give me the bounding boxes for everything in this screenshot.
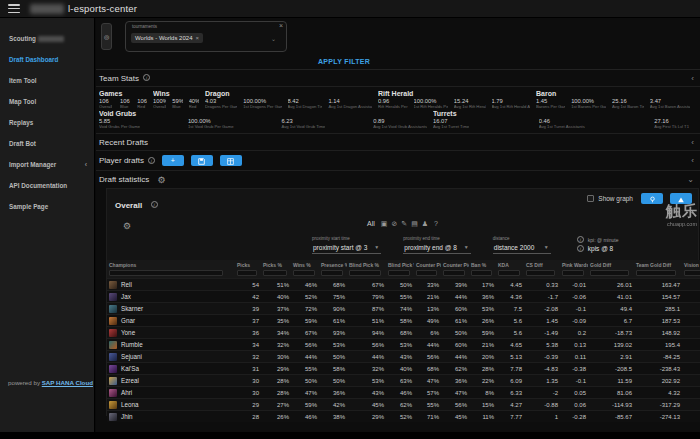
column-filter-input[interactable] — [562, 270, 584, 276]
show-graph-checkbox[interactable] — [587, 195, 594, 202]
kpi-select[interactable]: kpis @ 8 — [588, 245, 613, 252]
copy-icon[interactable]: ▤ — [411, 220, 418, 227]
column-header-gold-diff[interactable]: Gold Diff — [588, 260, 634, 279]
column-filter-input[interactable] — [349, 270, 381, 276]
collapse-chevron-icon[interactable]: ‹ — [691, 74, 694, 83]
table-row[interactable]: Leona2927%59%42%45%62%55%56%15%4.27-0.88… — [107, 399, 700, 411]
table-row[interactable]: Jhin2826%46%38%29%52%71%45%11%7.771-0.28… — [107, 411, 700, 423]
proximity-end-select[interactable]: proximity end @ 8▼ — [403, 243, 470, 254]
clear-filter-icon[interactable]: × — [279, 22, 283, 29]
table-row[interactable]: Skarner3937%72%90%87%74%13%60%53%7.5-2.0… — [107, 303, 700, 315]
edit-icon[interactable]: ✎ — [401, 220, 407, 227]
stat-cell: -317.29 — [634, 399, 682, 411]
column-filter-input[interactable] — [443, 270, 465, 276]
pin-view-button[interactable] — [641, 193, 663, 204]
proximity-start-select[interactable]: proximity start @ 3▼ — [312, 243, 381, 254]
apply-filter-button[interactable]: APPLY FILTER — [318, 56, 370, 65]
table-row[interactable]: Yone3634%67%93%94%68%6%50%59%5.6-1.490.2… — [107, 327, 700, 339]
table-row[interactable]: Ezreal3028%50%50%53%63%47%36%22%6.091.35… — [107, 375, 700, 387]
gear-icon[interactable]: ⚙ — [157, 175, 165, 185]
stat-cell: 5.13 — [496, 351, 524, 363]
table-row[interactable]: Sejuani3230%44%50%44%43%56%44%20%5.13-0.… — [107, 351, 700, 363]
info-icon[interactable]: i — [577, 245, 584, 252]
column-header-presence-[interactable]: Presence % — [319, 260, 347, 279]
table-row[interactable]: Kai'Sa3129%55%58%32%40%68%62%28%7.78-4.8… — [107, 363, 700, 375]
champion-icon[interactable]: ♟ — [422, 220, 428, 227]
column-header-blind-pick-w-[interactable]: Blind Pick W% — [386, 260, 414, 279]
table-view-button[interactable] — [220, 155, 242, 166]
champion-cell: Leona — [107, 399, 235, 411]
save-draft-button[interactable] — [191, 155, 213, 166]
info-icon[interactable]: i — [148, 157, 155, 164]
column-header-wins-[interactable]: Wins % — [291, 260, 319, 279]
table-row[interactable]: Rumble3432%56%53%56%53%44%60%21%4.655.38… — [107, 339, 700, 351]
sap-hana-link[interactable]: SAP HANA Cloud — [42, 379, 93, 386]
tournament-chip[interactable]: Worlds - Worlds 2024× — [131, 33, 203, 43]
column-filter-input[interactable] — [293, 270, 315, 276]
collapse-chevron-icon[interactable]: ‹ — [691, 138, 694, 147]
stat-cell: 7.78 — [496, 363, 524, 375]
column-header-picks-[interactable]: Picks % — [261, 260, 291, 279]
column-header-counter-pick-w-[interactable]: Counter Pick W% — [441, 260, 469, 279]
column-filter-input[interactable] — [321, 270, 343, 276]
column-header-champions[interactable]: Champions — [107, 260, 235, 279]
column-filter-input[interactable] — [237, 270, 257, 276]
collapse-chevron-icon[interactable]: ‹ — [691, 156, 694, 165]
sidebar-item-map-tool[interactable]: Map Tool — [0, 91, 94, 112]
watermark: 触乐 chuapp.com — [666, 202, 698, 227]
add-draft-button[interactable]: + — [162, 155, 184, 166]
sidebar-item-import-manager[interactable]: Import Manager‹ — [0, 154, 94, 175]
info-icon[interactable]: i — [151, 201, 158, 208]
info-icon[interactable]: i — [143, 74, 150, 81]
column-header-vision-score-diff[interactable]: Vision Score Diff — [682, 260, 700, 279]
help-icon[interactable]: ? — [434, 220, 438, 227]
chip-remove-icon[interactable]: × — [195, 35, 199, 41]
column-filter-input[interactable] — [636, 270, 676, 276]
column-header-cs-diff[interactable]: CS Diff — [524, 260, 560, 279]
sidebar-item-draft-bot[interactable]: Draft Bot — [0, 133, 94, 154]
column-header-blind-pick-[interactable]: Blind Pick % — [347, 260, 386, 279]
column-filter-input[interactable] — [263, 270, 287, 276]
menu-icon[interactable] — [8, 4, 20, 13]
column-header-team-gold-diff[interactable]: Team Gold Diff — [634, 260, 682, 279]
sidebar-item-sample-page[interactable]: Sample Page — [0, 196, 94, 217]
stat-cell: 39 — [235, 303, 261, 315]
stat-cell: -1.49 — [524, 327, 560, 339]
table-row[interactable]: Gnar3735%59%61%51%58%49%61%26%5.61.45-0.… — [107, 315, 700, 327]
column-header-pink-wards-diff[interactable]: Pink Wards Diff — [560, 260, 588, 279]
column-filter-input[interactable] — [109, 270, 223, 276]
column-header-ban-[interactable]: Ban % — [469, 260, 496, 279]
sidebar-item-scouting[interactable]: Scouting — [0, 28, 94, 49]
tournaments-filter-box[interactable]: tournaments × Worlds - Worlds 2024× ⌄ — [125, 21, 287, 52]
column-filter-input[interactable] — [388, 270, 410, 276]
column-filter-input[interactable] — [684, 270, 700, 276]
image-icon[interactable]: ▣ — [381, 220, 388, 227]
column-filter-input[interactable] — [416, 270, 437, 276]
expand-chevron-icon[interactable]: ⌄ — [687, 175, 694, 184]
table-row[interactable]: Jax4240%52%75%79%55%21%44%36%4.36-1.7-0.… — [107, 291, 700, 303]
stat-cell: -0.1 — [560, 303, 588, 315]
champion-stats-table: ChampionsPicksPicks %Wins %Presence %Bli… — [107, 260, 700, 422]
column-filter-input[interactable] — [471, 270, 492, 276]
column-filter-input[interactable] — [526, 270, 555, 276]
column-filter-input[interactable] — [498, 270, 520, 276]
column-header-kda[interactable]: KDA — [496, 260, 524, 279]
table-settings-gear-icon[interactable]: ⚙ — [123, 221, 131, 231]
stat-cell: 79% — [347, 291, 386, 303]
filter-collapse-button[interactable]: ◎ — [101, 23, 112, 50]
sidebar-item-replays[interactable]: Replays — [0, 112, 94, 133]
table-row[interactable]: Ahri3028%47%36%43%46%57%47%8%6.33-20.058… — [107, 387, 700, 399]
stat: 1.79Avg 1st Rift Herald Assistants — [492, 98, 531, 109]
column-header-picks[interactable]: Picks — [235, 260, 261, 279]
ban-icon[interactable]: ⊘ — [391, 220, 397, 227]
sidebar-item-draft-dashboard[interactable]: Draft Dashboard — [0, 49, 94, 70]
column-header-counter-pick-[interactable]: Counter Pick % — [414, 260, 441, 279]
sidebar-item-item-tool[interactable]: Item Tool — [0, 70, 94, 91]
info-icon[interactable]: i — [577, 236, 584, 243]
sidebar-item-api-documentation[interactable]: API Documentation — [0, 175, 94, 196]
table-row[interactable]: Rell5451%46%68%67%50%33%39%17%4.450.33-0… — [107, 279, 700, 291]
chevron-down-icon[interactable]: ⌄ — [271, 35, 276, 42]
chevron-icon[interactable]: ‹ — [85, 161, 87, 168]
column-filter-input[interactable] — [590, 270, 629, 276]
distance-select[interactable]: distance 2000▼ — [493, 243, 551, 254]
